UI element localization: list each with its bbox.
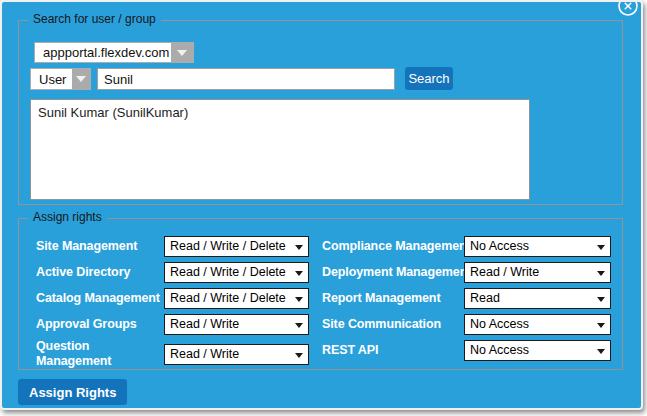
search-input[interactable] [97, 68, 395, 90]
active-directory-select[interactable]: Read / Write / Delete [164, 262, 309, 283]
search-groupbox: Search for user / group appportal.flexde… [18, 20, 623, 205]
rights-label: Approval Groups [36, 317, 164, 332]
rights-row-active-directory: Active Directory Read / Write / Delete [36, 259, 309, 285]
domain-dropdown-arrow-button[interactable] [171, 43, 193, 62]
report-management-select[interactable]: Read [464, 288, 611, 309]
rights-row-compliance-management: Compliance Management No Access [322, 233, 611, 259]
assign-rights-right-column: Compliance Management No Access Deployme… [322, 233, 611, 371]
dropdown-arrow-icon [597, 245, 605, 250]
rights-row-approval-groups: Approval Groups Read / Write [36, 311, 309, 337]
search-group-legend: Search for user / group [28, 12, 161, 26]
site-management-select[interactable]: Read / Write / Delete [164, 236, 309, 257]
approval-groups-select[interactable]: Read / Write [164, 314, 309, 335]
rights-label: Report Management [322, 291, 464, 306]
dropdown-arrow-icon [295, 271, 303, 276]
deployment-management-select[interactable]: Read / Write [464, 262, 611, 283]
rights-label: Site Management [36, 239, 164, 254]
dropdown-arrow-icon [597, 323, 605, 328]
user-type-dropdown-arrow-button[interactable] [72, 69, 90, 89]
dropdown-arrow-icon [597, 349, 605, 354]
dropdown-arrow-icon [295, 323, 303, 328]
close-icon[interactable] [617, 0, 639, 17]
rights-row-deployment-management: Deployment Management Read / Write [322, 259, 611, 285]
rights-label: Compliance Management [322, 239, 464, 254]
site-communication-select[interactable]: No Access [464, 314, 611, 335]
rights-label: REST API [322, 343, 464, 358]
rights-row-question-management: Question Management Read / Write [36, 337, 309, 371]
compliance-management-select[interactable]: No Access [464, 236, 611, 257]
chevron-down-icon [177, 50, 187, 56]
search-results-list[interactable]: Sunil Kumar (SunilKumar) [30, 99, 530, 200]
rights-row-rest-api: REST API No Access [322, 337, 611, 363]
rights-label: Question Management [36, 339, 164, 369]
user-type-dropdown[interactable]: User [30, 68, 91, 90]
rights-row-catalog-management: Catalog Management Read / Write / Delete [36, 285, 309, 311]
rights-label: Active Directory [36, 265, 164, 280]
rights-row-site-communication: Site Communication No Access [322, 311, 611, 337]
question-management-select[interactable]: Read / Write [164, 344, 309, 365]
rest-api-select[interactable]: No Access [464, 340, 611, 361]
assign-rights-grid: Site Management Read / Write / Delete Ac… [36, 233, 611, 371]
assign-rights-dialog: Search for user / group appportal.flexde… [0, 0, 643, 410]
assign-rights-legend: Assign rights [28, 210, 107, 224]
search-button[interactable]: Search [405, 67, 453, 90]
assign-rights-groupbox: Assign rights Site Management Read / Wri… [18, 218, 623, 370]
search-result-item[interactable]: Sunil Kumar (SunilKumar) [31, 100, 529, 125]
dropdown-arrow-icon [597, 271, 605, 276]
chevron-down-icon [76, 76, 86, 82]
dropdown-arrow-icon [597, 297, 605, 302]
dropdown-arrow-icon [295, 245, 303, 250]
rights-label: Deployment Management [322, 265, 464, 280]
rights-label: Catalog Management [36, 291, 164, 306]
dropdown-arrow-icon [295, 353, 303, 358]
rights-row-site-management: Site Management Read / Write / Delete [36, 233, 309, 259]
catalog-management-select[interactable]: Read / Write / Delete [164, 288, 309, 309]
assign-rights-button[interactable]: Assign Rights [18, 379, 127, 405]
assign-rights-left-column: Site Management Read / Write / Delete Ac… [36, 233, 309, 371]
user-type-dropdown-value: User [31, 69, 72, 89]
domain-dropdown-value: appportal.flexdev.com [35, 43, 171, 62]
domain-dropdown[interactable]: appportal.flexdev.com [34, 42, 194, 63]
rights-row-report-management: Report Management Read [322, 285, 611, 311]
dropdown-arrow-icon [295, 297, 303, 302]
rights-label: Site Communication [322, 317, 464, 332]
